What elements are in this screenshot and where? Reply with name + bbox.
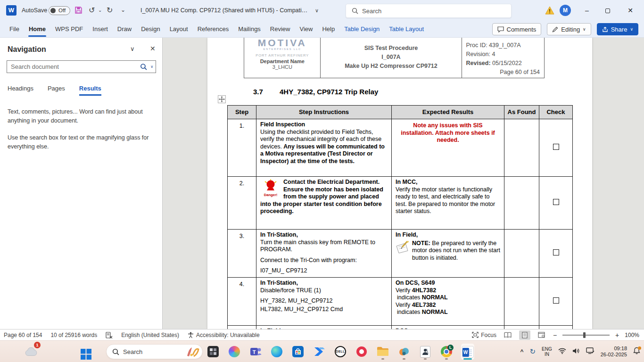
title-chevron-icon[interactable]: ∨: [315, 8, 319, 14]
nav-tab-pages[interactable]: Pages: [48, 85, 65, 96]
wifi-icon[interactable]: [558, 347, 566, 356]
tab-review[interactable]: Review: [265, 21, 295, 37]
zoom-out-button[interactable]: −: [553, 331, 557, 339]
nav-search-icon[interactable]: [140, 63, 147, 70]
web-layout-icon[interactable]: [536, 330, 547, 340]
avatar[interactable]: M: [560, 5, 571, 16]
tab-insert[interactable]: Insert: [88, 21, 113, 37]
chrome-app-icon[interactable]: L: [440, 344, 453, 360]
volume-icon[interactable]: [572, 347, 580, 356]
table-row: 3. In Tri-Station, Turn the main chassis…: [228, 230, 573, 278]
proofing-icon[interactable]: [106, 332, 113, 338]
language-indicator[interactable]: English (United States): [121, 332, 179, 338]
sync-tray-icon[interactable]: ↻: [529, 347, 536, 356]
tab-help[interactable]: Help: [317, 21, 339, 37]
tab-home[interactable]: Home: [24, 21, 50, 37]
accessibility-status[interactable]: Accessibility: Unavailable: [188, 332, 260, 338]
restore-button[interactable]: [598, 0, 618, 21]
as-found-cell[interactable]: [504, 177, 539, 230]
minimize-button[interactable]: –: [577, 0, 597, 21]
warning-icon[interactable]: [545, 6, 554, 16]
nav-collapse-icon[interactable]: ∨: [130, 45, 135, 52]
tray-expand-icon[interactable]: ^: [520, 348, 523, 355]
checkbox[interactable]: [553, 249, 559, 255]
close-button[interactable]: ✕: [620, 0, 640, 21]
page-indicator[interactable]: Page 60 of 154: [4, 332, 42, 338]
zoom-slider[interactable]: [562, 335, 610, 336]
tab-view[interactable]: View: [295, 21, 317, 37]
tab-references[interactable]: References: [193, 21, 233, 37]
tab-design[interactable]: Design: [136, 21, 165, 37]
microsoft-store-app-icon[interactable]: [291, 344, 305, 360]
nav-close-icon[interactable]: ✕: [150, 45, 156, 52]
as-found-cell[interactable]: [504, 119, 539, 177]
header-logo-cell: MOTIVA ENTERPRISES LLC PORT ARTHUR REFIN…: [244, 38, 321, 78]
word-taskbar-icon[interactable]: W: [461, 344, 474, 360]
checkbox[interactable]: [553, 144, 559, 150]
tab-draw[interactable]: Draw: [113, 21, 136, 37]
nav-search-box[interactable]: ∨: [7, 60, 156, 73]
nav-tabs: Headings Pages Results: [8, 85, 101, 96]
table-move-handle-icon[interactable]: [218, 95, 226, 103]
search-highlight-doodle: [184, 346, 200, 358]
as-found-cell[interactable]: [504, 230, 539, 278]
read-mode-icon[interactable]: [502, 330, 513, 340]
step-number: 5.: [228, 326, 256, 329]
onedrive-tray-icon[interactable]: 1: [25, 344, 38, 360]
word-app-icon[interactable]: W: [6, 5, 17, 16]
col-expected-results: Expected Results: [392, 106, 504, 119]
expected-results-cell: Note any issues with SIS installation. A…: [392, 119, 504, 177]
checkbox[interactable]: [553, 297, 559, 304]
checkbox[interactable]: [553, 199, 559, 205]
editing-chevron-icon: ∨: [583, 27, 586, 32]
misc-colorful-app-icon[interactable]: [397, 344, 411, 360]
document-page[interactable]: MOTIVA ENTERPRISES LLC PORT ARTHUR REFIN…: [207, 38, 592, 329]
undo-chevron-icon[interactable]: ⌄: [98, 8, 102, 13]
dell-app-icon[interactable]: DELL: [334, 344, 347, 360]
tab-mailings[interactable]: Mailings: [233, 21, 265, 37]
redo-icon[interactable]: ↻: [107, 6, 113, 15]
zoom-slider-thumb[interactable]: [583, 332, 586, 338]
nav-search-input[interactable]: [11, 62, 133, 72]
tab-file[interactable]: File: [5, 21, 24, 37]
id-card-app-icon[interactable]: [419, 344, 432, 360]
as-found-cell[interactable]: [504, 278, 539, 326]
undo-icon[interactable]: ↺: [89, 6, 95, 15]
taskbar-search-placeholder: Search: [123, 348, 184, 355]
clock[interactable]: 09:18 26-02-2025: [601, 346, 627, 358]
dark-app-icon[interactable]: [206, 344, 220, 360]
as-found-cell[interactable]: [504, 326, 539, 329]
nav-tab-results[interactable]: Results: [79, 85, 101, 96]
power-automate-app-icon[interactable]: [313, 344, 326, 360]
quick-access-more-icon[interactable]: ⌄: [121, 7, 125, 13]
nav-tab-headings[interactable]: Headings: [8, 85, 33, 96]
comments-button[interactable]: Comments: [492, 23, 542, 35]
notifications-bell-icon[interactable]: [633, 347, 640, 356]
tab-table-design[interactable]: Table Design: [339, 21, 384, 37]
search-input[interactable]: Search: [346, 4, 512, 18]
focus-button[interactable]: Focus: [472, 332, 496, 338]
teams-app-icon[interactable]: T: [249, 344, 262, 360]
edge-app-icon[interactable]: [270, 344, 283, 360]
opera-app-icon[interactable]: [355, 344, 368, 360]
nav-help-text-1: Text, comments, pictures... Word can fin…: [8, 107, 151, 126]
section-title: 4HY_7382, CP9712 Trip Relay: [280, 88, 378, 96]
file-explorer-icon[interactable]: [376, 344, 389, 360]
zoom-level[interactable]: 100%: [625, 332, 639, 338]
editing-mode-button[interactable]: Editing ∨: [547, 23, 591, 35]
word-count[interactable]: 10 of 25916 words: [50, 332, 97, 338]
taskbar-search-box[interactable]: Search: [106, 344, 203, 359]
tab-table-layout[interactable]: Table Layout: [384, 21, 429, 37]
language-tray-indicator[interactable]: ENGIN: [542, 346, 552, 357]
tab-layout[interactable]: Layout: [165, 21, 193, 37]
share-button[interactable]: Share ∨: [597, 23, 638, 35]
tab-wps-pdf[interactable]: WPS PDF: [50, 21, 88, 37]
zoom-in-button[interactable]: +: [615, 331, 619, 339]
start-button[interactable]: [79, 346, 92, 362]
copilot-app-icon[interactable]: [228, 344, 241, 360]
nav-search-chevron-icon[interactable]: ∨: [150, 65, 153, 69]
autosave-toggle[interactable]: Off: [49, 6, 70, 15]
print-layout-icon[interactable]: [519, 330, 530, 340]
display-cast-icon[interactable]: [586, 347, 594, 356]
save-icon[interactable]: [74, 6, 83, 16]
